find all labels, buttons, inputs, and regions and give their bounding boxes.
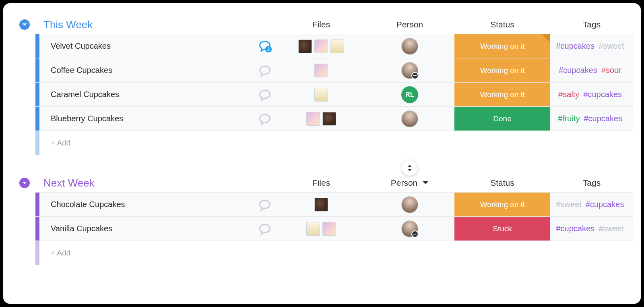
- collapse-toggle[interactable]: [19, 178, 30, 188]
- person-cell[interactable]: [365, 110, 454, 127]
- column-header-person[interactable]: Person: [365, 20, 454, 29]
- table-row[interactable]: Caramel Cupcakes RL Working on it #salty…: [35, 83, 633, 107]
- file-thumbnail[interactable]: [314, 88, 328, 102]
- item-name[interactable]: Coffee Cupcakes: [39, 66, 253, 75]
- tags-cell[interactable]: #salty#cupcakes: [551, 90, 633, 99]
- avatar[interactable]: RL: [401, 86, 418, 103]
- file-thumbnail[interactable]: [314, 39, 328, 53]
- dnd-badge-icon: [411, 230, 419, 238]
- column-header-status[interactable]: Status: [454, 178, 551, 188]
- file-thumbnail[interactable]: [314, 198, 328, 212]
- tag[interactable]: #sweet: [599, 224, 624, 233]
- tag[interactable]: #cupcakes: [583, 90, 622, 99]
- table-row[interactable]: Blueberry Cupcakes Done #fruity#cupcakes: [35, 107, 633, 131]
- tag[interactable]: #cupcakes: [559, 66, 597, 75]
- column-header-tags[interactable]: Tags: [551, 20, 633, 29]
- status-cell[interactable]: Working on it: [454, 34, 550, 58]
- file-thumbnail[interactable]: [330, 39, 344, 53]
- item-name[interactable]: Vanilla Cupcakes: [39, 224, 253, 233]
- table-row[interactable]: Coffee Cupcakes Working on it #cupcakes#…: [35, 58, 633, 83]
- tags-cell[interactable]: #cupcakes#sweet: [551, 224, 633, 233]
- chat-button[interactable]: [253, 222, 277, 236]
- files-cell[interactable]: [277, 64, 365, 77]
- tag[interactable]: #fruity: [558, 114, 580, 123]
- person-cell[interactable]: [365, 62, 454, 79]
- person-cell[interactable]: [365, 38, 454, 55]
- item-name[interactable]: Caramel Cupcakes: [39, 90, 253, 99]
- tag[interactable]: #cupcakes: [586, 200, 624, 209]
- add-row[interactable]: + Add: [35, 241, 633, 265]
- row-accent: [35, 241, 39, 265]
- tag[interactable]: #salty: [558, 90, 579, 99]
- file-thumbnail[interactable]: [322, 112, 336, 126]
- group-title[interactable]: This Week: [43, 19, 277, 31]
- file-thumbnail[interactable]: [322, 222, 336, 236]
- status-cell[interactable]: Working on it: [454, 58, 550, 82]
- row-accent: [35, 131, 39, 155]
- add-row-label[interactable]: + Add: [39, 139, 633, 147]
- item-name[interactable]: Blueberry Cupcakes: [39, 114, 253, 123]
- chat-button[interactable]: [253, 63, 277, 78]
- dnd-badge-icon: [411, 72, 419, 79]
- status-cell[interactable]: Stuck: [454, 217, 550, 241]
- tag[interactable]: #cupcakes: [556, 41, 595, 51]
- chat-icon: [258, 112, 272, 126]
- column-header-files[interactable]: Files: [277, 178, 365, 188]
- file-thumbnail[interactable]: [306, 112, 320, 126]
- files-cell[interactable]: [277, 198, 365, 212]
- item-name[interactable]: Velvet Cupcakes: [39, 41, 253, 51]
- collapse-toggle[interactable]: [19, 19, 30, 30]
- row-accent: [35, 34, 39, 58]
- sort-icon: [407, 164, 413, 172]
- table-row[interactable]: Velvet Cupcakes 3 Working on it #cupcake…: [35, 34, 633, 58]
- tag[interactable]: #cupcakes: [584, 114, 622, 123]
- tags-cell[interactable]: #cupcakes#sour: [551, 66, 633, 75]
- group-header: This Week Files Person Status Tags: [19, 15, 633, 34]
- chat-button[interactable]: [253, 87, 277, 102]
- chevron-down-icon: [22, 22, 27, 27]
- files-cell[interactable]: [277, 222, 365, 236]
- chat-button[interactable]: [253, 197, 277, 212]
- chat-button[interactable]: 3: [253, 39, 277, 54]
- item-name[interactable]: Chocolate Cupcakes: [39, 200, 253, 209]
- chat-button[interactable]: [253, 112, 277, 126]
- tag[interactable]: #sour: [601, 66, 621, 75]
- status-cell[interactable]: Done: [454, 107, 550, 131]
- add-row-label[interactable]: + Add: [39, 249, 633, 257]
- table-row[interactable]: Vanilla Cupcakes Stuck #cupcakes#sweet: [35, 217, 633, 241]
- avatar[interactable]: [401, 110, 418, 127]
- avatar[interactable]: [401, 196, 418, 213]
- tag[interactable]: #sweet: [599, 41, 624, 51]
- column-header-status[interactable]: Status: [454, 20, 551, 29]
- column-header-tags[interactable]: Tags: [551, 178, 633, 188]
- tags-cell[interactable]: #fruity#cupcakes: [551, 114, 633, 123]
- avatar[interactable]: [401, 38, 418, 55]
- status-cell[interactable]: Working on it: [454, 193, 550, 216]
- chat-icon: [258, 197, 272, 212]
- chevron-down-icon[interactable]: [422, 181, 429, 185]
- files-cell[interactable]: [277, 39, 365, 53]
- tags-cell[interactable]: #sweet#cupcakes: [551, 200, 633, 209]
- tag[interactable]: #sweet: [556, 200, 582, 209]
- file-thumbnail[interactable]: [306, 222, 320, 236]
- person-cell[interactable]: RL: [365, 86, 454, 103]
- column-header-person[interactable]: Person: [365, 178, 454, 188]
- files-cell[interactable]: [277, 88, 365, 102]
- tag[interactable]: #cupcakes: [556, 224, 595, 233]
- avatar[interactable]: [401, 62, 418, 79]
- person-cell[interactable]: [365, 196, 454, 213]
- person-cell[interactable]: [365, 220, 454, 237]
- tags-cell[interactable]: #cupcakes#sweet: [551, 41, 633, 51]
- add-row[interactable]: + Add: [35, 131, 633, 155]
- column-header-person-label: Person: [391, 178, 418, 188]
- file-thumbnail[interactable]: [314, 64, 328, 77]
- file-thumbnail[interactable]: [298, 39, 312, 53]
- sort-button[interactable]: [402, 160, 417, 176]
- svg-text:3: 3: [267, 46, 270, 51]
- column-header-files[interactable]: Files: [277, 20, 365, 29]
- group-title[interactable]: Next Week: [43, 177, 277, 189]
- avatar[interactable]: [401, 220, 418, 237]
- files-cell[interactable]: [277, 112, 365, 126]
- status-cell[interactable]: Working on it: [454, 83, 550, 106]
- table-row[interactable]: Chocolate Cupcakes Working on it #sweet#…: [35, 193, 633, 217]
